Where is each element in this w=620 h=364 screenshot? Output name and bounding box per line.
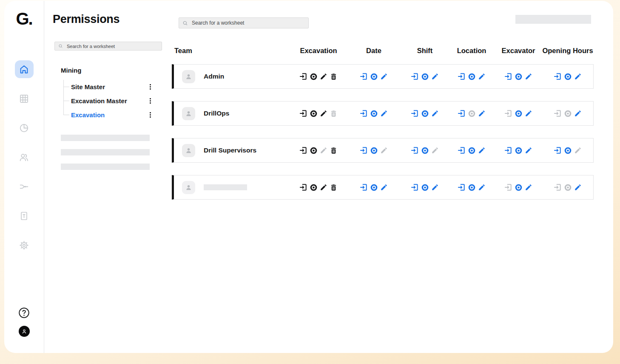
enter-icon[interactable]: [299, 183, 307, 192]
sidebar-item-home[interactable]: [15, 60, 34, 78]
enter-icon[interactable]: [504, 72, 512, 81]
view-icon[interactable]: [564, 110, 572, 118]
kebab-menu-icon[interactable]: [148, 97, 152, 105]
edit-icon[interactable]: [431, 73, 439, 80]
edit-icon[interactable]: [380, 147, 388, 154]
edit-icon[interactable]: [478, 183, 486, 191]
view-icon[interactable]: [515, 110, 523, 118]
edit-icon[interactable]: [431, 147, 439, 154]
enter-icon[interactable]: [553, 72, 562, 81]
enter-icon[interactable]: [359, 146, 368, 155]
edit-icon[interactable]: [380, 73, 388, 80]
worksheet-panel: Permissions Mining Site Master Excavatio…: [53, 1, 167, 178]
edit-icon[interactable]: [574, 147, 582, 154]
edit-icon[interactable]: [478, 147, 486, 154]
view-icon[interactable]: [310, 110, 318, 118]
sidebar-item-flow[interactable]: [15, 178, 34, 195]
view-icon[interactable]: [515, 147, 523, 155]
tree-item-excavation-master[interactable]: Excavation Master: [63, 94, 167, 108]
view-icon[interactable]: [370, 147, 378, 155]
edit-icon[interactable]: [320, 183, 327, 191]
enter-icon[interactable]: [553, 109, 562, 118]
tree-item-site-master[interactable]: Site Master: [63, 80, 167, 94]
view-icon[interactable]: [564, 183, 572, 192]
view-icon[interactable]: [515, 183, 523, 192]
view-icon[interactable]: [310, 183, 318, 192]
help-button[interactable]: [18, 307, 30, 319]
view-icon[interactable]: [564, 147, 572, 155]
edit-icon[interactable]: [380, 183, 388, 191]
edit-icon[interactable]: [525, 73, 532, 80]
delete-icon[interactable]: [330, 73, 338, 81]
sidebar-item-users[interactable]: [15, 148, 34, 166]
enter-icon[interactable]: [457, 183, 466, 192]
enter-icon[interactable]: [553, 146, 562, 155]
view-icon[interactable]: [421, 183, 429, 192]
tree-item-excavation[interactable]: Excavation: [63, 108, 167, 122]
view-icon[interactable]: [421, 73, 429, 81]
view-icon[interactable]: [468, 183, 476, 192]
view-icon[interactable]: [468, 110, 476, 118]
kebab-menu-icon[interactable]: [148, 83, 152, 91]
delete-icon[interactable]: [330, 147, 338, 155]
view-icon[interactable]: [370, 110, 378, 118]
worksheet-search-input[interactable]: [66, 43, 158, 49]
enter-icon[interactable]: [299, 109, 307, 118]
enter-icon[interactable]: [457, 146, 466, 155]
excavator-actions: [495, 183, 541, 192]
enter-icon[interactable]: [504, 146, 512, 155]
enter-icon[interactable]: [504, 183, 512, 192]
edit-icon[interactable]: [431, 110, 439, 117]
view-icon[interactable]: [421, 110, 429, 118]
edit-icon[interactable]: [478, 73, 486, 80]
enter-icon[interactable]: [410, 72, 419, 81]
sidebar-item-table[interactable]: [15, 90, 34, 107]
enter-icon[interactable]: [457, 72, 466, 81]
view-icon[interactable]: [421, 147, 429, 155]
edit-icon[interactable]: [525, 147, 532, 154]
view-icon[interactable]: [310, 73, 318, 81]
person-icon: [185, 184, 192, 191]
sidebar-item-settings[interactable]: [15, 236, 34, 254]
enter-icon[interactable]: [359, 72, 368, 81]
edit-icon[interactable]: [574, 183, 582, 191]
enter-icon[interactable]: [410, 109, 419, 118]
edit-icon[interactable]: [320, 110, 327, 117]
table-search-input[interactable]: [191, 20, 305, 26]
enter-icon[interactable]: [359, 183, 368, 192]
view-icon[interactable]: [370, 73, 378, 81]
kebab-menu-icon[interactable]: [148, 111, 152, 119]
user-avatar[interactable]: [19, 326, 30, 337]
edit-icon[interactable]: [574, 110, 582, 117]
enter-icon[interactable]: [299, 72, 307, 81]
view-icon[interactable]: [564, 73, 572, 81]
enter-icon[interactable]: [504, 109, 512, 118]
view-icon[interactable]: [370, 183, 378, 192]
view-icon[interactable]: [468, 73, 476, 81]
opening-hours-actions: [541, 146, 593, 155]
enter-icon[interactable]: [410, 146, 419, 155]
edit-icon[interactable]: [320, 73, 327, 80]
edit-icon[interactable]: [574, 73, 582, 80]
enter-icon[interactable]: [457, 109, 466, 118]
edit-icon[interactable]: [525, 183, 532, 191]
sidebar-item-pie-chart[interactable]: [15, 119, 34, 137]
view-icon[interactable]: [310, 147, 318, 155]
edit-icon[interactable]: [525, 110, 532, 117]
team-name: DrillOps: [204, 110, 229, 117]
enter-icon[interactable]: [553, 183, 562, 192]
delete-icon[interactable]: [330, 110, 338, 118]
edit-icon[interactable]: [478, 110, 486, 117]
delete-icon[interactable]: [330, 183, 338, 192]
tree-item-label: Excavation Master: [71, 97, 127, 104]
edit-icon[interactable]: [320, 147, 327, 154]
sidebar: G.: [4, 1, 44, 353]
view-icon[interactable]: [515, 73, 523, 81]
enter-icon[interactable]: [410, 183, 419, 192]
enter-icon[interactable]: [299, 146, 307, 155]
enter-icon[interactable]: [359, 109, 368, 118]
view-icon[interactable]: [468, 147, 476, 155]
edit-icon[interactable]: [431, 183, 439, 191]
edit-icon[interactable]: [380, 110, 388, 117]
sidebar-item-document[interactable]: [15, 207, 34, 225]
